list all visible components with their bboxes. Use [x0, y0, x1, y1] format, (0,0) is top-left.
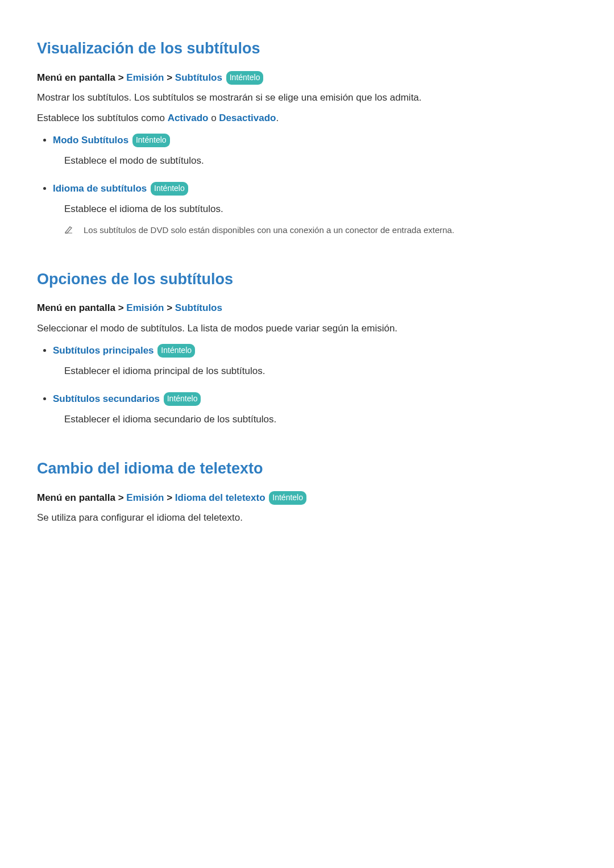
option-title: Idioma de subtítulos — [53, 183, 147, 194]
option-title: Modo Subtítulos — [53, 135, 128, 146]
try-button[interactable]: Inténtelo — [157, 344, 195, 358]
breadcrumb-root: Menú en pantalla — [37, 302, 115, 313]
try-button[interactable]: Inténtelo — [269, 491, 306, 505]
breadcrumb-root: Menú en pantalla — [37, 72, 115, 83]
try-button[interactable]: Inténtelo — [164, 392, 201, 406]
list-item: Subtítulos principales Inténtelo Estable… — [53, 343, 577, 378]
option-desc: Establecer el idioma secundario de los s… — [64, 412, 577, 427]
breadcrumb-sep: > — [167, 302, 172, 313]
list-item: Idioma de subtítulos Inténtelo Establece… — [53, 181, 577, 237]
section-heading: Opciones de los subtítulos — [37, 268, 577, 291]
breadcrumb: Menú en pantalla > Emisión > Subtítulos … — [37, 70, 577, 85]
text-fragment: . — [276, 113, 279, 123]
option-list: Modo Subtítulos Inténtelo Establece el m… — [37, 133, 577, 237]
section-subtitle-display: Visualización de los subtítulos Menú en … — [37, 37, 577, 237]
breadcrumb-link[interactable]: Idioma del teletexto — [175, 492, 265, 503]
try-button[interactable]: Inténtelo — [132, 134, 170, 147]
section-teletext-language: Cambio del idioma de teletexto Menú en p… — [37, 457, 577, 525]
breadcrumb-link[interactable]: Subtítulos — [175, 302, 222, 313]
breadcrumb-link[interactable]: Emisión — [126, 492, 164, 503]
body-text: Establece los subtítulos como Activado o… — [37, 111, 577, 126]
breadcrumb-link[interactable]: Subtítulos — [175, 72, 222, 83]
section-heading: Cambio del idioma de teletexto — [37, 457, 577, 480]
breadcrumb-sep: > — [118, 492, 124, 503]
accent-text: Activado — [168, 113, 209, 123]
breadcrumb: Menú en pantalla > Emisión > Subtítulos — [37, 301, 577, 315]
option-desc: Establecer el idioma principal de los su… — [64, 364, 577, 379]
pencil-icon — [64, 225, 73, 234]
note-text: Los subtítulos de DVD solo están disponi… — [84, 224, 454, 237]
breadcrumb: Menú en pantalla > Emisión > Idioma del … — [37, 491, 577, 505]
list-item: Subtítulos secundarios Inténtelo Estable… — [53, 392, 577, 426]
try-button[interactable]: Inténtelo — [151, 182, 188, 196]
section-subtitle-options: Opciones de los subtítulos Menú en panta… — [37, 268, 577, 427]
option-title: Subtítulos secundarios — [53, 393, 160, 404]
option-list: Subtítulos principales Inténtelo Estable… — [37, 343, 577, 426]
breadcrumb-sep: > — [118, 72, 124, 83]
list-item: Modo Subtítulos Inténtelo Establece el m… — [53, 133, 577, 168]
breadcrumb-link[interactable]: Emisión — [126, 72, 164, 83]
try-button[interactable]: Inténtelo — [226, 71, 264, 85]
breadcrumb-root: Menú en pantalla — [37, 492, 115, 503]
breadcrumb-sep: > — [167, 492, 172, 503]
option-desc: Establece el idioma de los subtítulos. — [64, 202, 577, 217]
breadcrumb-link[interactable]: Emisión — [126, 302, 164, 313]
breadcrumb-sep: > — [118, 302, 124, 313]
accent-text: Desactivado — [219, 113, 276, 123]
breadcrumb-sep: > — [167, 72, 172, 83]
option-desc: Establece el modo de subtítulos. — [64, 153, 577, 168]
text-fragment: Establece los subtítulos como — [37, 113, 168, 123]
body-text: Seleccionar el modo de subtítulos. La li… — [37, 321, 577, 336]
body-text: Se utiliza para configurar el idioma del… — [37, 510, 577, 525]
section-heading: Visualización de los subtítulos — [37, 37, 577, 60]
body-text: Mostrar los subtítulos. Los subtítulos s… — [37, 90, 577, 105]
option-title: Subtítulos principales — [53, 345, 154, 356]
note-row: Los subtítulos de DVD solo están disponi… — [64, 224, 577, 237]
text-fragment: o — [208, 113, 219, 123]
